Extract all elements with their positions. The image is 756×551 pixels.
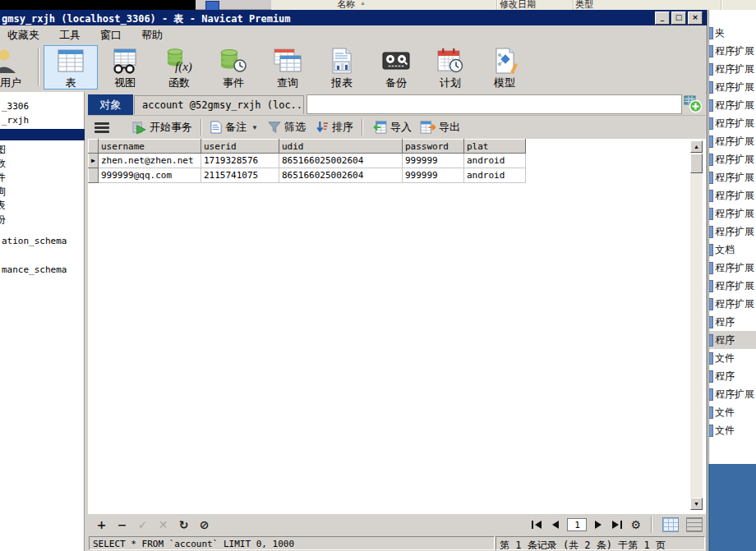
vertical-scrollbar[interactable]: ▲ ▼ [690,140,703,510]
grid-view-icon[interactable] [662,517,679,532]
scrollbar-up-icon[interactable]: ▲ [690,140,703,153]
column-header-username[interactable]: username [99,140,201,154]
explorer-row: 程序扩展 [709,168,756,186]
discard-changes-icon: ✕ [153,518,173,531]
explorer-row: 文件 [709,349,756,367]
delete-record-icon[interactable]: − [112,518,132,531]
cell-password[interactable]: 999999 [403,154,464,168]
sidebar-item[interactable]: 份 [0,213,85,227]
column-header-plat[interactable]: plat [464,140,526,154]
page-number-input[interactable] [567,518,587,531]
event-icon [219,48,248,74]
close-button[interactable]: × [688,11,703,25]
cell-userid[interactable]: 1719328576 [201,154,279,168]
table-icon [56,48,85,74]
report-icon [327,48,357,74]
cell-udid[interactable]: 865166025002604 [279,154,403,168]
form-view-icon[interactable] [686,517,703,532]
add-record-icon[interactable]: + [91,518,112,531]
file-icon [709,135,713,148]
scrollbar-thumb[interactable] [690,154,703,173]
toolbar-button-model[interactable]: 模型 [477,45,532,90]
hamburger-menu-icon[interactable] [94,122,109,133]
menu-item-1[interactable]: 工具 [59,28,81,43]
toolbar-button-users[interactable]: 用户 [0,45,36,90]
sidebar-item[interactable]: 图 [0,143,85,157]
cell-plat[interactable]: android [464,168,526,183]
table-row[interactable]: 999999@qq.com211574107586516602500260499… [89,168,526,183]
toolbar-button-queries[interactable]: 查询 [260,45,315,90]
row-selector[interactable] [89,168,99,183]
toolbar-button-backup[interactable]: 备份 [369,45,423,90]
export-button[interactable]: 导出 [420,120,460,135]
sidebar-item[interactable] [0,129,85,140]
cell-userid[interactable]: 2115741075 [201,168,279,183]
file-icon [709,280,713,292]
chevron-down-icon[interactable]: ▼ [251,124,258,131]
cell-username[interactable]: 999999@qq.com [99,168,201,183]
sidebar-item[interactable]: mance_schema [0,263,85,277]
cell-udid[interactable]: 865166025002604 [279,168,403,183]
begin-transaction-button[interactable]: 开始事务 [132,120,192,135]
sort-button[interactable]: 排序 [316,120,353,135]
new-object-icon[interactable] [683,94,703,113]
column-header-userid[interactable]: userid [201,140,279,154]
record-navigation: ⚙ [531,517,703,533]
background-blue-panel [708,464,756,551]
note-button[interactable]: 备注 ▼ [210,120,258,135]
file-icon [709,45,713,57]
tab-account-table[interactable]: account @52gmsy_rxjh (loc... [134,95,304,114]
sidebar-item[interactable]: 询 [0,185,85,199]
sidebar-item[interactable]: 数 [0,157,85,171]
table-row[interactable]: ▶zhen.net@zhen.net1719328576865166025002… [89,154,526,168]
toolbar-button-tables[interactable]: 表 [44,45,98,90]
current-row-marker[interactable]: ▶ [89,154,99,168]
prev-record-icon[interactable] [550,520,560,530]
toolbar-button-label: 报表 [331,76,353,90]
toolbar-button-reports[interactable]: 报表 [315,45,369,90]
scrollbar-down-icon[interactable]: ▼ [690,498,703,510]
toolbar-button-functions[interactable]: f(x) 函数 [152,45,206,90]
file-type-label: 文件 [715,424,735,438]
stop-icon[interactable]: ⊘ [194,518,214,531]
filter-button[interactable]: 筛选 [268,120,306,135]
next-record-icon[interactable] [594,520,604,530]
menu-item-2[interactable]: 窗口 [100,28,122,43]
sidebar-item[interactable]: ation_schema [0,234,85,248]
sidebar-item[interactable]: _rxjh [0,113,85,127]
begin-transaction-label: 开始事务 [150,120,192,135]
cell-plat[interactable]: android [464,154,526,168]
file-type-label: 文件 [715,351,735,365]
cell-password[interactable]: 999999 [403,168,464,183]
grid-toolbar: 开始事务 备注 ▼ 筛选 [88,116,706,140]
title-bar[interactable]: gmsy_rxjh (localhost_3306) - 表 - Navicat… [0,10,707,25]
minimize-button[interactable]: _ [655,11,670,25]
import-button[interactable]: 导入 [371,120,412,135]
tab-objects[interactable]: 对象 [88,94,133,115]
tab-empty-area [307,94,682,114]
column-header-udid[interactable]: udid [279,140,403,154]
file-type-label: 程序扩展 [715,171,754,185]
sidebar-item[interactable]: 件 [0,171,85,185]
header-separator [721,0,722,10]
maximize-button[interactable]: □ [671,11,686,25]
file-type-label: 程序 [715,370,735,383]
column-header-password[interactable]: password [403,140,464,154]
refresh-icon[interactable]: ↻ [173,518,194,531]
note-label: 备注 [225,120,247,135]
settings-gear-icon[interactable]: ⚙ [630,518,641,531]
last-record-icon[interactable] [611,520,623,530]
toolbar-button-events[interactable]: 事件 [206,45,260,90]
file-icon [709,99,713,112]
cell-username[interactable]: zhen.net@zhen.net [99,154,201,168]
begin-transaction-icon [132,121,146,135]
sidebar-item[interactable]: _3306 [0,99,85,113]
apply-changes-icon: ✓ [132,518,153,531]
toolbar-button-schedule[interactable]: 计划 [423,45,477,90]
first-record-icon[interactable] [531,520,542,530]
toolbar-button-views[interactable]: 视图 [98,45,152,90]
body-row: _3306_rxjh图数件询表份ation_schemamance_schema… [0,92,706,551]
sidebar-item[interactable]: 表 [0,199,85,213]
menu-item-0[interactable]: 收藏夹 [7,28,39,43]
menu-item-3[interactable]: 帮助 [141,28,163,43]
